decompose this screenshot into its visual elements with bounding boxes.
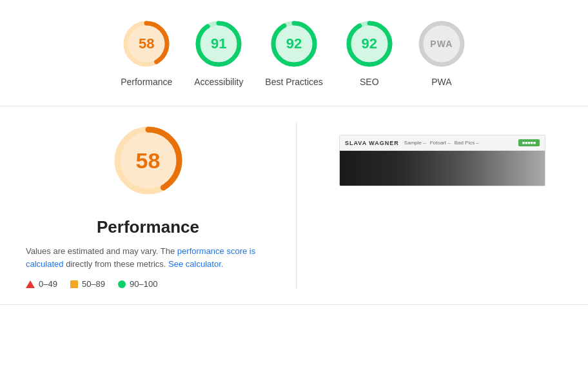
screenshot-nav: Sample – Fotoart – Bad Pics – — [404, 140, 479, 146]
gauge-pwa: PWA — [416, 18, 467, 70]
legend-item-orange: 50–89 — [70, 279, 105, 289]
legend-range-orange: 50–89 — [82, 279, 105, 289]
score-label-accessibility: Accessibility — [194, 76, 243, 88]
score-label-best-practices: Best Practices — [265, 76, 322, 88]
description-text: Values are estimated and may vary. The p… — [26, 245, 270, 270]
score-card-pwa[interactable]: PWA PWA — [416, 18, 467, 88]
gauge-best-practices: 92 — [268, 18, 320, 70]
score-value-accessibility: 91 — [211, 35, 226, 52]
score-label-pwa: PWA — [431, 76, 451, 88]
legend-range-green: 90–100 — [130, 279, 157, 289]
detail-left: 58 Performance Values are estimated and … — [26, 122, 297, 289]
scores-row: 58 Performance 91 Accessibility 92 Best … — [0, 0, 588, 106]
site-screenshot: SLAVA WAGNER Sample – Fotoart – Bad Pics… — [339, 135, 545, 186]
score-card-best-practices[interactable]: 92 Best Practices — [265, 18, 322, 88]
red-triangle-icon — [26, 280, 35, 288]
detail-score-label: Performance — [26, 217, 270, 237]
score-value-seo: 92 — [362, 35, 377, 52]
screenshot-image — [340, 151, 545, 186]
green-circle-icon — [118, 280, 126, 288]
legend-item-green: 90–100 — [118, 279, 157, 289]
score-card-performance[interactable]: 58 Performance — [121, 18, 172, 88]
score-value-performance: 58 — [139, 35, 154, 52]
score-card-seo[interactable]: 92 SEO — [344, 18, 395, 88]
score-label-performance: Performance — [121, 76, 172, 88]
screenshot-site-name: SLAVA WAGNER — [345, 140, 399, 146]
legend-range-red: 0–49 — [39, 279, 57, 289]
gauge-seo: 92 — [344, 18, 395, 70]
screenshot-header: SLAVA WAGNER Sample – Fotoart – Bad Pics… — [340, 135, 545, 151]
calculator-link[interactable]: See calculator. — [168, 259, 223, 269]
score-value-pwa: PWA — [430, 39, 453, 49]
big-score-value: 58 — [136, 148, 161, 173]
screenshot-cta: ■■■■■ — [518, 139, 540, 146]
detail-section: 58 Performance Values are estimated and … — [0, 106, 588, 305]
score-value-best-practices: 92 — [286, 35, 302, 52]
detail-right: SLAVA WAGNER Sample – Fotoart – Bad Pics… — [297, 122, 562, 289]
legend-item-red: 0–49 — [26, 279, 57, 289]
gauge-performance: 58 — [121, 18, 172, 70]
score-card-accessibility[interactable]: 91 Accessibility — [193, 18, 244, 88]
gauge-accessibility: 91 — [193, 18, 244, 70]
big-gauge-performance: 58 — [110, 122, 187, 199]
score-legend: 0–49 50–89 90–100 — [26, 279, 157, 289]
orange-square-icon — [70, 280, 78, 288]
score-label-seo: SEO — [360, 76, 379, 88]
